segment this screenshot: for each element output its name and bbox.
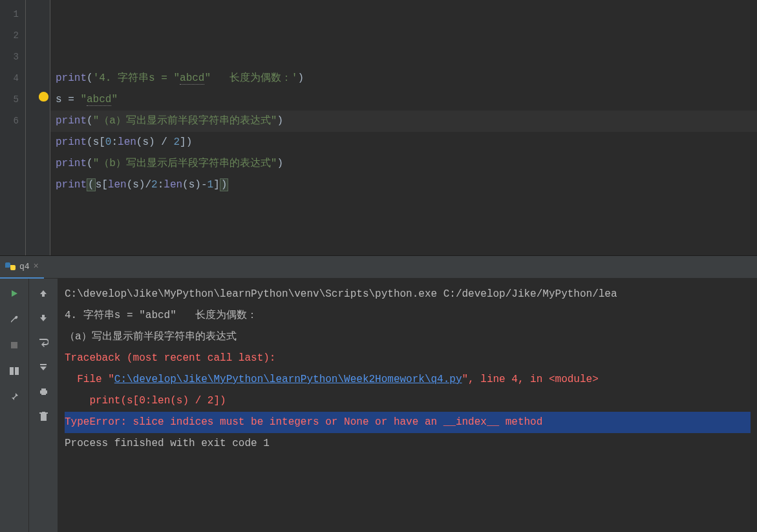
code-token: 0 — [105, 136, 112, 148]
code-token: " — [111, 94, 118, 105]
console-text: print(s[0:len(s) / 2]) — [65, 395, 226, 407]
gutter-margin — [26, 0, 50, 255]
code-token: s = — [56, 94, 80, 105]
code-token: print — [56, 72, 87, 84]
code-line[interactable]: print(s[len(s)/2:len(s)-1]) — [56, 175, 752, 196]
up-arrow-icon[interactable] — [37, 287, 50, 300]
svg-rect-4 — [41, 388, 46, 390]
code-token: ]) — [180, 136, 192, 148]
console-text: C:\develop\Jike\MyPython\learnPython\ven… — [65, 288, 617, 300]
wrench-icon[interactable] — [8, 313, 21, 326]
code-token: print — [56, 158, 87, 169]
code-token: " 长度为偶数：' — [204, 72, 297, 84]
line-number: 2 — [0, 25, 19, 47]
console-line: C:\develop\Jike\MyPython\learnPython\ven… — [65, 284, 751, 305]
code-token: ( — [87, 136, 93, 148]
code-token: ) / — [149, 136, 173, 148]
console-line: print(s[0:len(s) / 2]) — [65, 390, 751, 412]
soft-wrap-icon[interactable] — [37, 336, 50, 349]
code-token: s[ — [96, 179, 108, 191]
code-token: : — [158, 179, 164, 191]
code-token: len — [108, 179, 127, 191]
run-content: Run: q4 × C:\develop\Jike\MyPython\learn… — [58, 256, 757, 532]
code-token: : — [111, 136, 118, 148]
code-token: len — [164, 179, 182, 191]
svg-rect-1 — [10, 367, 14, 375]
python-file-icon — [5, 261, 16, 271]
print-icon[interactable] — [37, 385, 50, 398]
rerun-icon[interactable] — [8, 287, 21, 300]
console-text: File " — [65, 374, 114, 385]
code-line[interactable]: print("（b）写出显示后半段字符串的表达式") — [56, 153, 752, 175]
code-token: s — [189, 179, 195, 191]
code-token: ( — [182, 179, 189, 191]
run-toolbar-left — [0, 256, 29, 532]
code-token: )/ — [139, 179, 151, 191]
code-line[interactable]: s = "abcd" — [56, 89, 752, 111]
layout-icon[interactable] — [8, 365, 21, 378]
code-token: s — [142, 136, 149, 148]
console-output[interactable]: C:\develop\Jike\MyPython\learnPython\ven… — [58, 279, 757, 532]
code-area[interactable]: print('4. 字符串s = "abcd" 长度为偶数：')s = "abc… — [50, 0, 757, 255]
console-line: Process finished with exit code 1 — [65, 433, 751, 454]
intention-bulb-icon[interactable] — [39, 92, 48, 101]
code-token: ( — [87, 115, 93, 127]
code-line[interactable]: print("（a）写出显示前半段字符串的表达式") — [56, 111, 752, 132]
down-arrow-icon[interactable] — [37, 312, 50, 325]
line-number: 4 — [0, 68, 19, 89]
code-line[interactable]: print('4. 字符串s = "abcd" 长度为偶数：') — [56, 68, 752, 89]
svg-rect-8 — [42, 412, 45, 412]
run-toolbar-left2 — [29, 256, 58, 532]
code-token: print — [56, 136, 87, 148]
code-token: ) — [297, 72, 304, 84]
code-line[interactable]: print(s[0:len(s) / 2]) — [56, 132, 752, 153]
code-token: ( — [87, 158, 93, 169]
svg-rect-7 — [39, 412, 48, 414]
line-number: 1 — [0, 4, 19, 25]
console-line: 4. 字符串s = "abcd" 长度为偶数： — [65, 305, 751, 326]
code-token: '4. 字符串s = " — [93, 72, 180, 84]
code-token: abcd — [87, 94, 111, 106]
code-token: 2 — [151, 179, 158, 191]
code-token: s — [133, 179, 139, 191]
run-header: Run: q4 × — [0, 256, 757, 279]
code-token: " — [80, 94, 87, 105]
code-token: 2 — [173, 136, 180, 148]
run-tool-window: Run: q4 × C:\develop\Jike\MyPython\learn… — [0, 255, 757, 532]
line-number: 3 — [0, 47, 19, 68]
code-token: ) — [277, 158, 283, 169]
console-line: File "C:\develop\Jike\MyPython\learnPyth… — [65, 369, 751, 390]
code-token: 1 — [208, 179, 214, 191]
file-link[interactable]: C:\develop\Jike\MyPython\learnPython\Wee… — [114, 374, 462, 385]
run-tab-q4[interactable]: q4 × — [0, 256, 44, 279]
code-token: "（b）写出显示后半段字符串的表达式" — [93, 158, 277, 169]
line-number: 5 — [0, 89, 19, 111]
console-text: TypeError: slice indices must be integer… — [65, 412, 751, 433]
trash-icon[interactable] — [37, 410, 50, 423]
console-line: Traceback (most recent call last): — [65, 348, 751, 369]
code-token: ( — [87, 72, 93, 84]
code-token: ] — [213, 179, 220, 191]
run-tab-label: q4 — [19, 262, 30, 271]
code-token: len — [118, 136, 136, 148]
line-number: 6 — [0, 111, 19, 132]
code-editor[interactable]: 123456 print('4. 字符串s = "abcd" 长度为偶数：')s… — [0, 0, 757, 255]
console-text: （a）写出显示前半段字符串的表达式 — [65, 331, 237, 343]
stop-icon[interactable] — [8, 339, 21, 352]
line-number-gutter: 123456 — [0, 0, 26, 255]
code-token: ) — [277, 115, 283, 127]
console-text: Process finished with exit code 1 — [65, 438, 270, 449]
code-token: ( — [127, 179, 133, 191]
svg-rect-2 — [15, 367, 19, 375]
svg-rect-6 — [41, 414, 47, 421]
code-token: abcd — [180, 72, 204, 85]
svg-rect-0 — [11, 342, 17, 348]
svg-rect-5 — [41, 393, 46, 395]
close-tab-icon[interactable]: × — [34, 261, 39, 271]
pin-icon[interactable] — [8, 390, 21, 403]
console-text: Traceback (most recent call last): — [65, 352, 275, 364]
code-token: print — [56, 115, 87, 127]
code-token: ) — [220, 178, 229, 191]
code-token: "（a）写出显示前半段字符串的表达式" — [93, 115, 277, 127]
scroll-to-end-icon[interactable] — [37, 361, 50, 374]
